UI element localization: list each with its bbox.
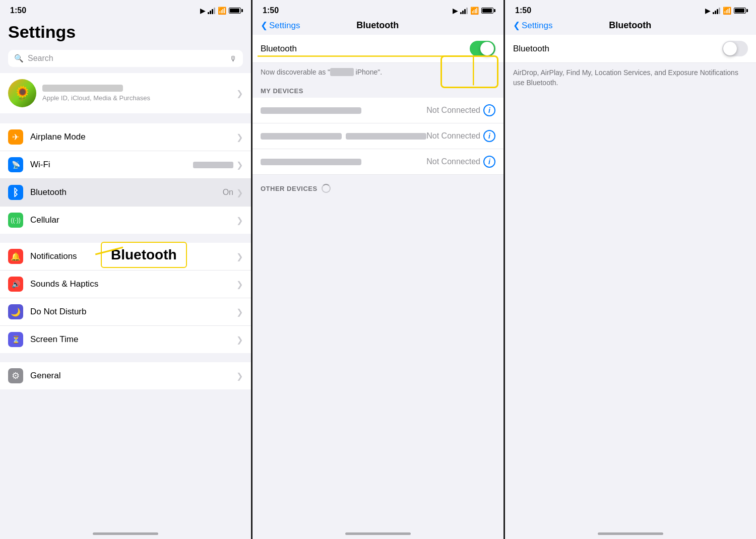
bar1 — [208, 12, 209, 14]
bar2 — [210, 11, 211, 14]
nav-title-2: Bluetooth — [300, 20, 455, 31]
sounds-item[interactable]: 🔊 Sounds & Haptics ❯ — [0, 271, 251, 298]
back-chevron-3: ❮ — [513, 20, 520, 31]
bar3-3 — [717, 9, 718, 14]
screentime-label: Screen Time — [30, 334, 236, 345]
battery-icon-2 — [481, 8, 493, 14]
bar4 — [214, 8, 215, 14]
wifi-chevron: ❯ — [236, 160, 243, 170]
home-indicator-3 — [598, 532, 663, 535]
status-icons-1: ▶ 📶 — [200, 7, 241, 15]
device-status-2: Not Connected — [426, 131, 480, 141]
home-indicator-2 — [345, 532, 411, 535]
general-icon: ⚙ — [8, 368, 23, 383]
device-status-1: Not Connected — [426, 106, 480, 115]
bluetooth-toggle-row-off: Bluetooth — [505, 35, 756, 63]
settings-title: Settings — [0, 18, 251, 46]
toggle-thumb-off — [723, 42, 737, 55]
device-name-blurred-disc — [330, 68, 354, 76]
signal-bars-1 — [208, 8, 215, 14]
wifi-value-blurred — [193, 160, 233, 169]
device-row-2[interactable]: Not Connected i — [253, 123, 503, 149]
profile-row[interactable]: 🌻 Apple ID, iCloud, Media & Purchases ❯ — [0, 73, 251, 113]
bluetooth-chevron: ❯ — [236, 188, 243, 197]
back-label-3: Settings — [522, 21, 552, 31]
wifi-item[interactable]: 📡 Wi-Fi ❯ — [0, 151, 251, 179]
spacer-3 — [0, 353, 251, 357]
battery-icon-3 — [734, 8, 746, 14]
screentime-chevron: ❯ — [236, 335, 243, 345]
status-time-2: 1:50 — [263, 6, 279, 15]
bar1-2 — [460, 12, 462, 14]
bluetooth-icon: ᛒ — [8, 185, 23, 200]
device-row-3[interactable]: Not Connected i — [253, 149, 503, 175]
screentime-item[interactable]: ⏳ Screen Time ❯ — [0, 326, 251, 353]
sounds-chevron: ❯ — [236, 280, 243, 289]
status-bar-3: 1:50 ▶ 📶 — [505, 0, 756, 18]
bar4-3 — [719, 8, 720, 14]
bluetooth-item[interactable]: ᛒ Bluetooth On ❯ — [0, 179, 251, 207]
screentime-icon: ⏳ — [8, 332, 23, 347]
back-button-2[interactable]: ❮ Settings — [261, 20, 300, 31]
notifications-chevron: ❯ — [236, 252, 243, 261]
status-icons-3: ▶ 📶 — [705, 7, 746, 15]
cellular-label: Cellular — [30, 215, 236, 225]
search-bar[interactable]: 🔍 Search 🎙 — [8, 50, 243, 67]
bluetooth-toggle-label: Bluetooth — [261, 44, 470, 54]
battery-fill-1 — [230, 9, 239, 13]
bar3 — [212, 9, 213, 14]
profile-chevron: ❯ — [236, 89, 243, 98]
signal-bars-3 — [713, 8, 720, 14]
bluetooth-off-panel: 1:50 ▶ 📶 ❮ Settings Bluetooth Bluetooth — [503, 0, 756, 539]
notifications-icon: 🔔 — [8, 249, 23, 264]
cellular-item[interactable]: ((·)) Cellular ❯ — [0, 207, 251, 234]
bluetooth-toggle-off[interactable] — [722, 41, 748, 56]
home-indicator-1 — [93, 532, 158, 535]
device-name-1 — [261, 107, 361, 114]
donotdisturb-label: Do Not Disturb — [30, 307, 236, 317]
location-icon-3: ▶ — [705, 7, 710, 15]
spacer-2 — [0, 234, 251, 238]
device-info-btn-2[interactable]: i — [483, 130, 495, 142]
status-bar-2: 1:50 ▶ 📶 — [253, 0, 503, 18]
back-button-3[interactable]: ❮ Settings — [513, 20, 552, 31]
device-info-btn-1[interactable]: i — [483, 104, 495, 116]
device-name-2 — [261, 133, 342, 140]
wifi-icon-1: 📶 — [218, 7, 226, 15]
donotdisturb-icon: 🌙 — [8, 304, 23, 319]
general-chevron: ❯ — [236, 371, 243, 381]
wifi-settings-icon: 📡 — [8, 157, 23, 172]
airplane-mode-chevron: ❯ — [236, 132, 243, 142]
device-name-3 — [261, 159, 361, 165]
general-item[interactable]: ⚙ General ❯ — [0, 362, 251, 389]
device-row-1[interactable]: Not Connected i — [253, 98, 503, 123]
bluetooth-toggle[interactable] — [470, 41, 495, 56]
bar2-3 — [715, 11, 716, 14]
sounds-label: Sounds & Haptics — [30, 279, 236, 289]
sounds-icon: 🔊 — [8, 277, 23, 292]
location-icon-1: ▶ — [200, 7, 205, 15]
back-chevron-2: ❮ — [261, 20, 268, 31]
device-info-btn-3[interactable]: i — [483, 156, 495, 168]
wifi-label: Wi-Fi — [30, 160, 193, 170]
bluetooth-value: On — [223, 188, 233, 197]
device-name-2b — [346, 133, 427, 140]
battery-fill-2 — [482, 9, 492, 13]
signal-bars-2 — [460, 8, 468, 14]
loading-spinner — [322, 184, 331, 193]
airplane-mode-item[interactable]: ✈ Airplane Mode ❯ — [0, 123, 251, 151]
other-devices-row: OTHER DEVICES — [253, 175, 503, 196]
bluetooth-description: AirDrop, AirPlay, Find My, Location Serv… — [505, 63, 756, 90]
cellular-chevron: ❯ — [236, 216, 243, 225]
search-placeholder: Search — [28, 54, 225, 63]
toggle-callout-box — [440, 55, 498, 88]
connectivity-group: ✈ Airplane Mode ❯ 📡 Wi-Fi ❯ ᛒ Bluetooth … — [0, 123, 251, 234]
donotdisturb-item[interactable]: 🌙 Do Not Disturb ❯ — [0, 298, 251, 326]
bar1-3 — [713, 12, 714, 14]
cellular-icon: ((·)) — [8, 213, 23, 228]
bluetooth-toggle-label-off: Bluetooth — [513, 44, 722, 54]
location-icon-2: ▶ — [453, 7, 458, 15]
bar4-2 — [466, 8, 468, 14]
profile-subtitle: Apple ID, iCloud, Media & Purchases — [42, 94, 236, 102]
other-devices-header: OTHER DEVICES — [261, 185, 318, 192]
